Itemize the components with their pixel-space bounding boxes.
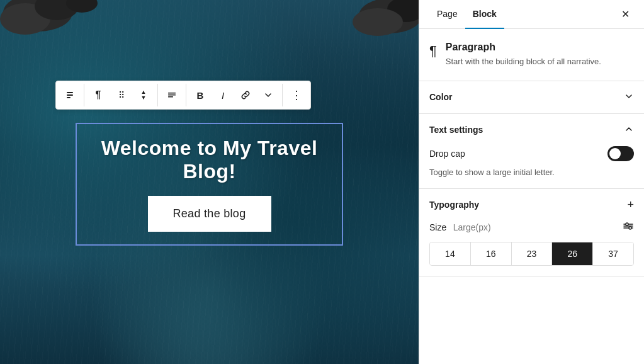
text-settings-header[interactable]: Text settings	[419, 114, 644, 146]
font-size-16[interactable]: 16	[471, 242, 512, 265]
panel-tabs: Page Block ✕	[419, 0, 644, 29]
color-chevron-icon	[624, 91, 634, 103]
typography-plus-icon: +	[627, 199, 634, 210]
move-up-down-button[interactable]: ▲ ▼	[132, 84, 155, 106]
svg-rect-12	[168, 96, 173, 98]
text-settings-content: Drop cap Toggle to show a large initial …	[419, 146, 644, 189]
typography-section: Typography + Size Large(px) 14 16 23 26 …	[419, 189, 644, 276]
color-section: Color	[419, 81, 644, 114]
size-value: Large(px)	[453, 222, 491, 232]
right-panel: Page Block ✕ ¶ Paragraph Start with the …	[419, 0, 644, 364]
tab-page[interactable]: Page	[429, 0, 465, 29]
color-section-header[interactable]: Color	[419, 81, 644, 113]
size-controls-icon[interactable]	[623, 220, 634, 234]
drag-handle-button[interactable]: ⠿	[110, 84, 132, 106]
svg-rect-8	[67, 94, 73, 96]
paragraph-section: ¶ Paragraph Start with the building bloc…	[419, 29, 644, 81]
svg-rect-7	[67, 92, 73, 93]
svg-rect-11	[168, 94, 176, 96]
align-button[interactable]	[161, 84, 183, 106]
editor-area: ¶ ⠿ ▲ ▼ B I	[0, 0, 419, 364]
drop-cap-description: Toggle to show a large initial letter.	[429, 166, 634, 179]
link-button[interactable]	[234, 84, 257, 106]
typography-section-header[interactable]: Typography +	[419, 189, 644, 220]
drop-cap-label: Drop cap	[429, 149, 465, 159]
toolbar-group-align	[161, 84, 186, 106]
paragraph-symbol: ¶	[96, 89, 101, 101]
size-row: Size Large(px)	[429, 220, 634, 234]
paragraph-transform-button[interactable]: ¶	[87, 84, 110, 106]
paragraph-description: Start with the building block of all nar…	[446, 55, 601, 68]
toolbar-group-move: ¶ ⠿ ▲ ▼	[87, 84, 158, 106]
font-size-14[interactable]: 14	[430, 242, 471, 265]
paragraph-icon	[65, 90, 75, 100]
drag-icon: ⠿	[118, 90, 124, 100]
drop-cap-toggle[interactable]	[607, 146, 634, 161]
chevron-down-icon	[263, 90, 273, 100]
content-block: Welcome to My Travel Blog! Read the blog	[76, 123, 343, 246]
link-icon	[240, 90, 251, 100]
bold-icon: B	[197, 90, 204, 101]
bold-button[interactable]: B	[189, 84, 212, 106]
text-settings-section: Text settings Drop cap Toggle to show a …	[419, 114, 644, 190]
rocks-decoration	[0, 0, 419, 50]
block-type-button[interactable]	[59, 84, 81, 106]
paragraph-block-icon: ¶	[429, 43, 437, 59]
panel-close-button[interactable]: ✕	[616, 6, 634, 23]
tab-block[interactable]: Block	[465, 0, 504, 29]
size-label: Size	[429, 222, 446, 232]
color-section-title: Color	[429, 92, 453, 102]
align-icon	[167, 90, 177, 100]
toolbar-group-options: ⋮	[285, 84, 308, 106]
block-options-button[interactable]: ⋮	[285, 84, 308, 106]
more-text-button[interactable]	[257, 84, 280, 106]
text-settings-chevron-icon	[624, 124, 634, 136]
paragraph-info: Paragraph Start with the building block …	[446, 42, 601, 68]
typography-content: Size Large(px) 14 16 23 26 37	[419, 220, 644, 276]
italic-button[interactable]: I	[212, 84, 234, 106]
block-toolbar: ¶ ⠿ ▲ ▼ B I	[55, 81, 311, 110]
chevron-down-icon: ▼	[141, 95, 147, 101]
font-size-37[interactable]: 37	[593, 242, 633, 265]
font-size-grid: 14 16 23 26 37	[429, 242, 634, 266]
svg-point-5	[353, 8, 403, 36]
svg-point-17	[629, 227, 631, 229]
blog-title: Welcome to My Travel Blog!	[89, 137, 329, 183]
read-blog-button[interactable]: Read the blog	[148, 196, 271, 232]
typography-section-title: Typography	[429, 200, 479, 210]
paragraph-title: Paragraph	[446, 42, 601, 53]
font-size-23[interactable]: 23	[512, 242, 553, 265]
svg-rect-10	[168, 93, 176, 94]
toolbar-group-block	[59, 84, 84, 106]
drop-cap-row: Drop cap	[429, 146, 634, 161]
svg-rect-9	[67, 97, 71, 98]
ellipsis-icon: ⋮	[291, 88, 303, 102]
italic-icon: I	[222, 90, 224, 101]
text-settings-title: Text settings	[429, 125, 483, 135]
font-size-26[interactable]: 26	[552, 242, 593, 265]
size-label-group: Size Large(px)	[429, 222, 491, 233]
svg-point-16	[626, 223, 628, 225]
toolbar-group-text: B I	[189, 84, 283, 106]
